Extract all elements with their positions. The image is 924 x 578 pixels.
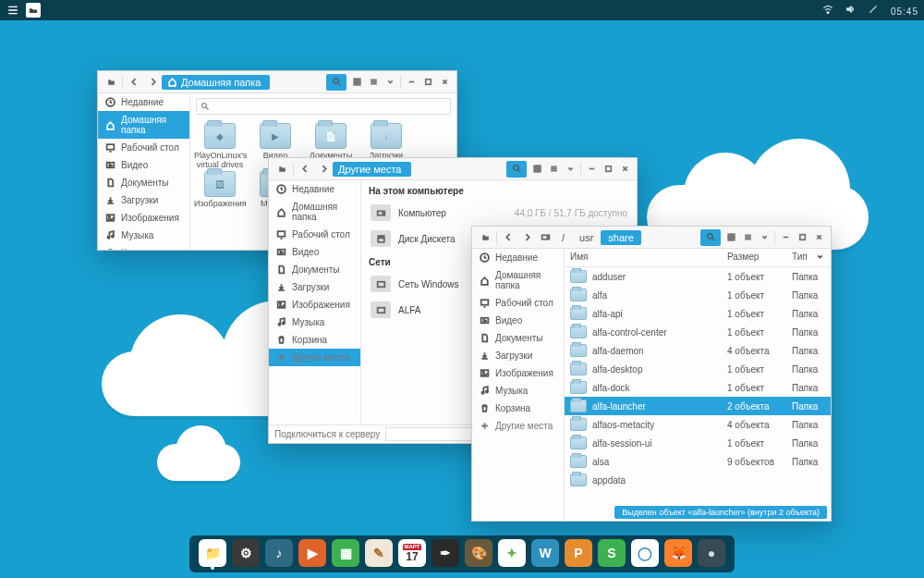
search-button[interactable]: [506, 161, 527, 178]
table-row[interactable]: alfa-api 1 объект Папка: [565, 304, 831, 323]
search-button[interactable]: [700, 229, 721, 246]
place-row[interactable]: Компьютер 44,0 ГБ / 51,7 ГБ доступно: [361, 200, 637, 226]
dock-wps-presentation-icon[interactable]: P: [565, 539, 592, 567]
sidebar-item-home[interactable]: Домашняя папка: [98, 111, 189, 139]
table-row[interactable]: alsa 9 объектов Папка: [565, 452, 831, 471]
dock-files-icon[interactable]: 📁: [199, 539, 226, 567]
sidebar-item-download[interactable]: Загрузки: [472, 347, 564, 364]
sidebar-item-clock[interactable]: Недавние: [98, 93, 189, 111]
sidebar-item-doc[interactable]: Документы: [269, 261, 360, 278]
column-label[interactable]: [690, 252, 727, 264]
dock-firefox-icon[interactable]: 🦊: [664, 539, 692, 567]
sidebar-item-trash[interactable]: Корзина: [98, 244, 189, 250]
dock-calendar-icon[interactable]: МАРТ17: [398, 539, 426, 567]
column-label[interactable]: Размер: [727, 252, 792, 264]
caret-down-icon[interactable]: [815, 252, 825, 264]
table-row[interactable]: alfa 1 объект Папка: [565, 286, 831, 304]
view-list-button[interactable]: [739, 229, 756, 246]
search-input[interactable]: [196, 98, 451, 115]
dock-app-icon[interactable]: ●: [698, 539, 725, 567]
view-list-button[interactable]: [545, 161, 562, 178]
dock-gimp-icon[interactable]: 🎨: [465, 539, 492, 567]
sidebar-item-clock[interactable]: Недавние: [269, 180, 360, 198]
window-minimize-button[interactable]: [583, 161, 600, 178]
breadcrumb-share[interactable]: share: [601, 230, 641, 245]
window-close-button[interactable]: [810, 229, 827, 246]
sidebar-item-doc[interactable]: Документы: [98, 174, 189, 191]
sidebar-item-video[interactable]: Видео: [269, 243, 360, 261]
sidebar-item-video[interactable]: Видео: [472, 312, 564, 329]
nav-fwd-button[interactable]: [314, 160, 333, 178]
sidebar-item-desktop[interactable]: Рабочий стол: [472, 294, 564, 312]
view-menu-button[interactable]: [756, 229, 772, 246]
nav-fwd-button[interactable]: [143, 73, 162, 92]
table-row[interactable]: alfa-session-ui 1 объект Папка: [565, 434, 831, 452]
sidebar-item-download[interactable]: Загрузки: [269, 278, 360, 296]
breadcrumb-root[interactable]: /: [554, 230, 572, 245]
breadcrumb-other[interactable]: Другие места: [333, 162, 411, 177]
table-row[interactable]: adduser 1 объект Папка: [565, 267, 831, 286]
sidebar-item-desktop[interactable]: Рабочий стол: [98, 139, 189, 156]
window-close-button[interactable]: [436, 74, 453, 91]
folder-item[interactable]: 🖼 Изображения: [194, 171, 246, 217]
table-row[interactable]: alfa-launcher 2 объекта Папка: [565, 397, 831, 415]
sidebar-item-download[interactable]: Загрузки: [98, 191, 189, 209]
nav-back-button[interactable]: [296, 160, 314, 178]
dock-playonlinux-icon[interactable]: ✦: [498, 539, 526, 567]
dock-wps-spreadsheet-icon[interactable]: S: [598, 539, 626, 567]
nav-fwd-button[interactable]: [517, 228, 536, 247]
sidebar-item-image[interactable]: Изображения: [472, 364, 564, 382]
sidebar-item-desktop[interactable]: Рабочий стол: [269, 226, 360, 243]
table-row[interactable]: alfaos-metacity 4 объекта Папка: [565, 415, 831, 434]
column-label[interactable]: Имя: [570, 252, 690, 264]
dock-notes-icon[interactable]: ✎: [365, 539, 393, 567]
window-maximize-button[interactable]: [419, 74, 436, 91]
table-row[interactable]: appdata: [565, 471, 831, 489]
sidebar-item-plus[interactable]: Другие места: [472, 417, 564, 435]
view-grid-button[interactable]: [348, 74, 365, 91]
view-grid-button[interactable]: [529, 161, 545, 178]
sidebar-item-video[interactable]: Видео: [98, 156, 189, 174]
search-button[interactable]: [326, 74, 346, 91]
dock-settings-icon[interactable]: ⚙: [232, 539, 260, 567]
dock-inkscape-icon[interactable]: ✒: [432, 539, 459, 567]
app-menu-icon[interactable]: [6, 3, 20, 18]
window-maximize-button[interactable]: [600, 161, 616, 178]
window-minimize-button[interactable]: [403, 74, 419, 91]
sidebar-item-trash[interactable]: Корзина: [269, 331, 360, 349]
nav-back-button[interactable]: [125, 73, 143, 92]
network-icon[interactable]: [868, 4, 879, 15]
sidebar-item-music[interactable]: Музыка: [98, 227, 189, 244]
window-maximize-button[interactable]: [794, 229, 810, 246]
wifi-icon[interactable]: [822, 4, 833, 15]
dock-video-icon[interactable]: ▶: [298, 539, 326, 567]
panel-clock[interactable]: 05:45: [891, 6, 918, 17]
table-row[interactable]: alfa-dock 1 объект Папка: [565, 378, 831, 397]
view-list-button[interactable]: [365, 74, 382, 91]
sidebar-item-image[interactable]: Изображения: [98, 209, 189, 227]
view-menu-button[interactable]: [562, 161, 578, 178]
window-minimize-button[interactable]: [777, 229, 794, 246]
sidebar-item-trash[interactable]: Корзина: [472, 400, 564, 417]
volume-icon[interactable]: [845, 4, 856, 15]
view-grid-button[interactable]: [723, 229, 739, 246]
sidebar-item-doc[interactable]: Документы: [472, 329, 564, 347]
sidebar-item-music[interactable]: Музыка: [269, 314, 360, 331]
sidebar-item-music[interactable]: Музыка: [472, 382, 564, 400]
dock-spreadsheet-icon[interactable]: ▦: [332, 539, 359, 567]
folder-item[interactable]: ◆ PlayOnLinux's virtual drives: [194, 123, 246, 169]
taskbar-fm-icon[interactable]: [26, 3, 41, 18]
dock-wps-writer-icon[interactable]: W: [531, 539, 559, 567]
breadcrumb-usr[interactable]: usr: [572, 230, 601, 245]
nav-back-button[interactable]: [499, 228, 517, 247]
table-row[interactable]: alfa-daemon 4 объекта Папка: [565, 341, 831, 360]
table-row[interactable]: alfa-control-center 1 объект Папка: [565, 323, 831, 341]
sidebar-item-home[interactable]: Домашняя папка: [269, 198, 360, 226]
dock-music-icon[interactable]: ♪: [265, 539, 293, 567]
sidebar-item-home[interactable]: Домашняя папка: [472, 266, 564, 294]
breadcrumb-home[interactable]: Домашняя папка: [162, 75, 270, 90]
view-menu-button[interactable]: [382, 74, 398, 91]
sidebar-item-plus[interactable]: Другие места: [269, 349, 360, 366]
table-row[interactable]: alfa-desktop 1 объект Папка: [565, 360, 831, 378]
sidebar-item-clock[interactable]: Недавние: [472, 249, 564, 266]
